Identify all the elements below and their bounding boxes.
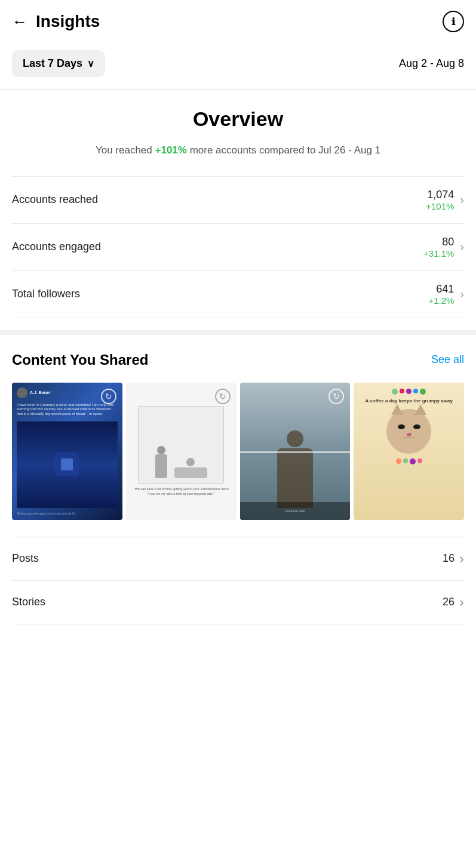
thumb3-bottom: some text here bbox=[240, 502, 351, 520]
page-title: Insights bbox=[36, 12, 100, 31]
stat-change-2: +31.1% bbox=[423, 248, 454, 258]
info-button[interactable]: ℹ bbox=[443, 11, 464, 32]
posts-count: 16 bbox=[443, 552, 454, 565]
subtitle-suffix: more accounts compared to Jul 26 - Aug 1 bbox=[187, 144, 380, 156]
chevron-down-icon: ∨ bbox=[87, 58, 94, 69]
see-all-button[interactable]: See all bbox=[431, 353, 464, 366]
reload-icon-1: ↻ bbox=[101, 389, 116, 404]
thumb1-text: I have been in Germany a week and someho… bbox=[17, 403, 118, 417]
thumbnail-3[interactable]: some text here ↻ bbox=[240, 383, 351, 520]
header-left: ← Insights bbox=[12, 12, 100, 31]
thumb1-handle: @thegrankyytherapist and socialmethods.l… bbox=[17, 512, 118, 515]
posts-label: Posts bbox=[12, 552, 39, 565]
cat-illustration bbox=[386, 409, 431, 454]
stat-number-2: 80 bbox=[423, 236, 454, 248]
subtitle-highlight: +101% bbox=[155, 144, 187, 156]
thumbnail-1[interactable]: A.J. Bauer I have been in Germany a week… bbox=[12, 383, 122, 520]
overview-subtitle: You reached +101% more accounts compared… bbox=[12, 143, 464, 158]
stat-label-accounts-reached: Accounts reached bbox=[12, 193, 98, 206]
stories-chevron-right-icon: › bbox=[459, 594, 464, 611]
thumb3-bar bbox=[240, 451, 351, 453]
thumb1-name: A.J. Bauer bbox=[30, 390, 51, 395]
date-dropdown-button[interactable]: Last 7 Days ∨ bbox=[12, 50, 105, 77]
chevron-right-icon-2: › bbox=[460, 240, 464, 254]
flower-bottom bbox=[396, 458, 422, 464]
stories-label: Stories bbox=[12, 596, 45, 608]
overview-section: Overview You reached +101% more accounts… bbox=[0, 90, 476, 335]
stories-row[interactable]: Stories 26 › bbox=[12, 580, 464, 624]
chevron-right-icon-3: › bbox=[460, 287, 464, 301]
content-header: Content You Shared See all bbox=[12, 352, 464, 368]
date-range-label: Aug 2 - Aug 8 bbox=[399, 57, 464, 70]
stat-change-1: +101% bbox=[426, 201, 454, 211]
stat-row-total-followers[interactable]: Total followers 641 +1.2% › bbox=[12, 270, 464, 318]
stat-label-accounts-engaged: Accounts engaged bbox=[12, 241, 101, 253]
stat-change-3: +1.2% bbox=[428, 296, 454, 306]
reload-icon-3: ↻ bbox=[328, 389, 344, 404]
thumb1-image bbox=[17, 421, 118, 508]
date-filter-bar: Last 7 Days ∨ Aug 2 - Aug 8 bbox=[0, 41, 476, 89]
stat-number-change-accounts-engaged: 80 +31.1% bbox=[423, 236, 454, 258]
posts-row[interactable]: Posts 16 › bbox=[12, 537, 464, 580]
stat-number-3: 641 bbox=[428, 283, 454, 296]
posts-chevron-right-icon: › bbox=[459, 550, 464, 567]
stat-number-change-accounts-reached: 1,074 +101% bbox=[426, 189, 454, 211]
flower-top bbox=[392, 389, 426, 395]
content-section: Content You Shared See all A.J. Bauer I … bbox=[0, 335, 476, 624]
stories-count: 26 bbox=[443, 596, 454, 608]
thumbnail-4[interactable]: A coffee a day keeps the grumpy away bbox=[354, 383, 464, 520]
stat-value-group-total-followers: 641 +1.2% › bbox=[428, 283, 464, 306]
person-silhouette bbox=[277, 448, 313, 508]
thumb1-avatar bbox=[17, 387, 27, 398]
stories-value-group: 26 › bbox=[443, 594, 464, 611]
stat-number-change-total-followers: 641 +1.2% bbox=[428, 283, 454, 306]
stat-value-group-accounts-reached: 1,074 +101% › bbox=[426, 189, 464, 211]
stat-value-group-accounts-engaged: 80 +31.1% › bbox=[423, 236, 464, 258]
stat-row-accounts-engaged[interactable]: Accounts engaged 80 +31.1% › bbox=[12, 223, 464, 270]
stat-number-1: 1,074 bbox=[426, 189, 454, 201]
reload-icon-2: ↻ bbox=[215, 389, 231, 404]
thumb4-content: A coffee a day keeps the grumpy away bbox=[354, 383, 464, 520]
cartoon-caption: "We can save a lot of time getting you t… bbox=[133, 487, 229, 496]
header: ← Insights ℹ bbox=[0, 0, 476, 41]
date-dropdown-label: Last 7 Days bbox=[23, 57, 82, 70]
content-list: Posts 16 › Stories 26 › bbox=[12, 537, 464, 624]
subtitle-prefix: You reached bbox=[96, 144, 155, 156]
overview-title: Overview bbox=[12, 107, 464, 131]
cartoon-scene bbox=[138, 406, 225, 484]
stat-row-accounts-reached[interactable]: Accounts reached 1,074 +101% › bbox=[12, 176, 464, 223]
back-button[interactable]: ← bbox=[12, 13, 27, 31]
stat-label-total-followers: Total followers bbox=[12, 288, 80, 300]
thumb4-title: A coffee a day keeps the grumpy away bbox=[365, 398, 452, 404]
chevron-right-icon-1: › bbox=[460, 193, 464, 207]
thumbnail-2[interactable]: "We can save a lot of time getting you t… bbox=[126, 383, 237, 520]
thumb3-caption: some text here bbox=[285, 509, 305, 513]
thumbnails-row: A.J. Bauer I have been in Germany a week… bbox=[12, 383, 464, 520]
stats-list: Accounts reached 1,074 +101% › Accounts … bbox=[12, 176, 464, 318]
posts-value-group: 16 › bbox=[443, 550, 464, 567]
content-shared-title: Content You Shared bbox=[12, 352, 148, 368]
